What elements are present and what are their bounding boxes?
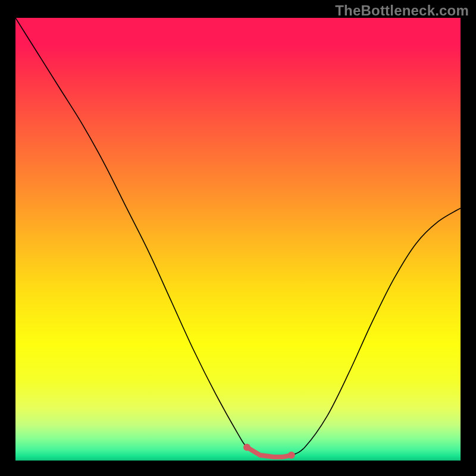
bottleneck-curve-svg <box>15 18 461 461</box>
watermark-text: TheBottleneck.com <box>335 2 469 19</box>
optimal-range-end-dot <box>288 452 295 459</box>
optimal-range-start-dot <box>243 444 250 451</box>
optimal-range-highlight <box>247 447 292 457</box>
chart-frame: TheBottleneck.com <box>0 0 476 476</box>
plot-area <box>15 18 461 461</box>
bottleneck-curve-line <box>15 18 461 457</box>
